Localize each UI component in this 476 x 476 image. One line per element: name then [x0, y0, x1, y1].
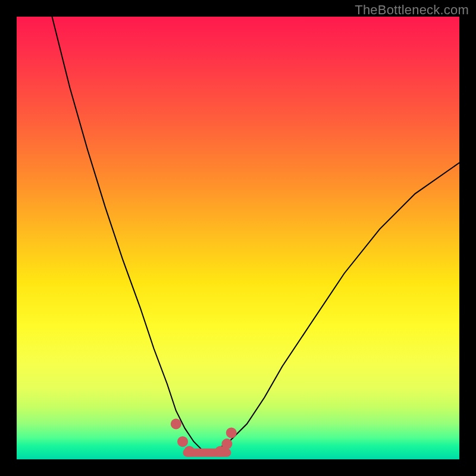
curve-marker	[226, 427, 237, 438]
bottleneck-curve	[52, 17, 460, 450]
curve-marker	[177, 436, 188, 447]
curve-marker	[221, 439, 232, 449]
curve-svg	[17, 17, 459, 459]
plot-area	[17, 17, 459, 459]
watermark-text: TheBottleneck.com	[355, 2, 469, 18]
curve-marker	[171, 419, 181, 430]
chart-frame: TheBottleneck.com	[0, 0, 476, 476]
curve-marker	[184, 446, 195, 457]
